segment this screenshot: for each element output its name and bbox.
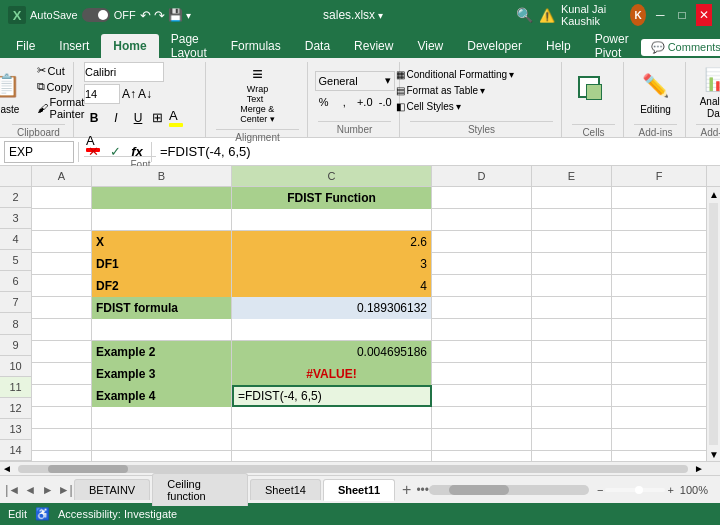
close-button[interactable]: ✕	[696, 4, 712, 26]
cell-B10[interactable]: Example 3	[92, 363, 232, 385]
cell-F12[interactable]	[612, 407, 706, 429]
row-num-3[interactable]: 3	[0, 208, 32, 229]
scroll-track-horizontal[interactable]	[18, 465, 688, 473]
fill-color-button[interactable]: A	[167, 106, 185, 129]
cell-D5[interactable]	[432, 253, 532, 275]
cell-E4[interactable]	[532, 231, 612, 253]
cell-C9[interactable]: 0.004695186	[232, 341, 432, 363]
cell-B13[interactable]	[92, 429, 232, 451]
cell-A3[interactable]	[32, 209, 92, 231]
cell-A14[interactable]	[32, 451, 92, 461]
tab-power-pivot[interactable]: Power Pivot	[583, 34, 641, 58]
bottom-scrollbar[interactable]: ◄ ►	[0, 461, 720, 475]
cell-B8[interactable]	[92, 319, 232, 341]
zoom-in-button[interactable]: +	[667, 484, 673, 496]
cell-B12[interactable]	[92, 407, 232, 429]
sheet-tab-ceiling[interactable]: Ceiling function	[152, 473, 248, 506]
cell-C14[interactable]	[232, 451, 432, 461]
border-button[interactable]: ⊞	[150, 108, 165, 127]
cell-D3[interactable]	[432, 209, 532, 231]
cell-D11[interactable]	[432, 385, 532, 407]
scroll-right-button[interactable]: ►	[692, 462, 706, 476]
cell-A2[interactable]	[32, 187, 92, 209]
font-size-input[interactable]	[84, 84, 120, 104]
cell-F5[interactable]	[612, 253, 706, 275]
sheet-nav-first[interactable]: |◄	[4, 480, 21, 500]
increase-font-icon[interactable]: A↑	[122, 87, 136, 101]
cell-B14[interactable]	[92, 451, 232, 461]
insert-function-button[interactable]: fx	[127, 142, 147, 162]
row-num-5[interactable]: 5	[0, 250, 32, 271]
conditional-formatting-button[interactable]: ▦ Conditional Formatting ▾	[392, 67, 572, 82]
tab-insert[interactable]: Insert	[47, 34, 101, 58]
redo-icon[interactable]: ↷	[154, 8, 165, 23]
cell-A5[interactable]	[32, 253, 92, 275]
scroll-up-button[interactable]: ▲	[707, 187, 720, 201]
cell-B2[interactable]	[92, 187, 232, 209]
cell-A12[interactable]	[32, 407, 92, 429]
cell-B6[interactable]: DF2	[92, 275, 232, 297]
sheet-nav-prev[interactable]: ◄	[21, 480, 38, 500]
editing-large-btn[interactable]: ✏️ Editing	[632, 62, 680, 122]
tab-home[interactable]: Home	[101, 34, 158, 58]
cell-B7[interactable]: FDIST formula	[92, 297, 232, 319]
sheet-nav-next[interactable]: ►	[39, 480, 56, 500]
cell-C7[interactable]: 0.189306132	[232, 297, 432, 319]
cell-F2[interactable]	[612, 187, 706, 209]
alignment-large-btn[interactable]: ≡ WrapText Merge &Center ▾	[236, 62, 280, 127]
scroll-down-button[interactable]: ▼	[707, 447, 720, 461]
underline-button[interactable]: U	[128, 108, 148, 128]
cell-F7[interactable]	[612, 297, 706, 319]
cell-C12[interactable]	[232, 407, 432, 429]
tab-more-icon[interactable]: •••	[416, 483, 429, 497]
tab-file[interactable]: File	[4, 34, 47, 58]
col-header-B[interactable]: B	[92, 166, 232, 186]
row-num-8[interactable]: 8	[0, 313, 32, 334]
cell-D13[interactable]	[432, 429, 532, 451]
cell-E8[interactable]	[532, 319, 612, 341]
cell-C11[interactable]: =FDIST(-4, 6,5)	[232, 385, 432, 407]
cell-B11[interactable]: Example 4	[92, 385, 232, 407]
cell-D7[interactable]	[432, 297, 532, 319]
cell-B9[interactable]: Example 2	[92, 341, 232, 363]
search-icon[interactable]: 🔍	[516, 7, 533, 23]
accessibility-icon[interactable]: ♿	[35, 507, 50, 521]
autosave-toggle[interactable]	[82, 8, 110, 22]
cell-D6[interactable]	[432, 275, 532, 297]
percent-button[interactable]: %	[315, 93, 334, 111]
cells-large-btn[interactable]	[572, 62, 616, 122]
right-scrollbar[interactable]: ▲ ▼	[706, 187, 720, 461]
comma-button[interactable]: ,	[335, 93, 354, 111]
zoom-track[interactable]	[605, 488, 665, 492]
add-sheet-button[interactable]: +	[397, 479, 416, 501]
row-num-10[interactable]: 10	[0, 356, 32, 377]
scroll-track-vertical[interactable]	[709, 203, 718, 445]
cell-C6[interactable]: 4	[232, 275, 432, 297]
cell-E6[interactable]	[532, 275, 612, 297]
cell-C2[interactable]: FDIST Function	[232, 187, 432, 209]
decrease-font-icon[interactable]: A↓	[138, 87, 152, 101]
cell-C10[interactable]: #VALUE!	[232, 363, 432, 385]
sheet-tab-sheet14[interactable]: Sheet14	[250, 479, 321, 500]
paste-button[interactable]: 📋 Paste	[0, 62, 29, 122]
cell-A6[interactable]	[32, 275, 92, 297]
row-num-7[interactable]: 7	[0, 292, 32, 313]
row-num-14[interactable]: 14	[0, 440, 32, 461]
tab-formulas[interactable]: Formulas	[219, 34, 293, 58]
col-header-A[interactable]: A	[32, 166, 92, 186]
cell-F14[interactable]	[612, 451, 706, 461]
cell-E5[interactable]	[532, 253, 612, 275]
cell-D14[interactable]	[432, 451, 532, 461]
cell-A13[interactable]	[32, 429, 92, 451]
save-icon[interactable]: 💾	[168, 8, 183, 22]
tab-data[interactable]: Data	[293, 34, 342, 58]
cell-C5[interactable]: 3	[232, 253, 432, 275]
minimize-button[interactable]: ─	[652, 4, 668, 26]
tab-help[interactable]: Help	[534, 34, 583, 58]
cell-C3[interactable]	[232, 209, 432, 231]
cell-A10[interactable]	[32, 363, 92, 385]
cell-D10[interactable]	[432, 363, 532, 385]
name-box[interactable]	[4, 141, 74, 163]
cell-A4[interactable]	[32, 231, 92, 253]
comments-button[interactable]: 💬 Comments	[641, 39, 720, 56]
